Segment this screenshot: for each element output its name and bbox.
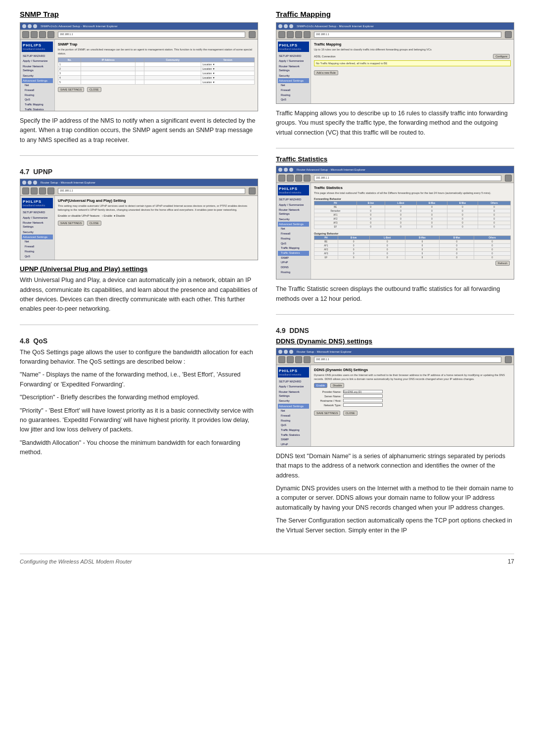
ddns-network-row: Network Type:	[314, 403, 511, 407]
ts-refresh-btn[interactable]: Refresh	[495, 261, 510, 266]
snmp-titlebar: SNMPv1/v2c Advanced Setup - Microsoft In…	[20, 23, 258, 30]
qos-bandwidth-desc: "Bandwidth Allocation" - You choose the …	[20, 438, 258, 458]
ts-toolbar-stop	[295, 175, 302, 182]
ts-traffic-mapping: Traffic Mapping	[278, 246, 309, 251]
ddns-enable-btn[interactable]: Enable	[314, 383, 327, 388]
ddns-routing: Routing	[278, 419, 309, 424]
ddns-network-value[interactable]	[343, 403, 383, 407]
tm-advanced: Advanced Settings	[278, 78, 309, 83]
sidebar-traffic-stats: Traffic Statistics	[22, 107, 53, 111]
tm-traffic-mapping: Traffic Mapping	[278, 102, 309, 104]
ts-content: Traffic Statistics This page shows the t…	[311, 183, 514, 280]
tm-net: Net	[278, 83, 309, 88]
ts-outgoing-table: PH B-low L-Best B-Max B-Max Others	[314, 236, 511, 260]
qos-desc-desc: "Description" - Briefly describes the fo…	[20, 393, 258, 402]
ddns-qos: QoS	[278, 423, 309, 428]
ddns-provider-value: DynDNS.org (D)	[343, 390, 383, 393]
ts-screen-title: Traffic Statistics	[314, 186, 511, 190]
ddns-close-btn[interactable]: CLOSE	[343, 411, 357, 416]
ddns-buttons: SAVE SETTINGS CLOSE	[314, 408, 511, 416]
ddns-server-value[interactable]	[343, 394, 383, 398]
ts-sidebar: PHILIPS broadband networks SETUP WIZARD …	[276, 183, 311, 280]
upnp-inner: PHILIPS broadband networks SETUP WIZARD …	[20, 196, 258, 260]
divider-2	[20, 325, 258, 325]
snmp-col-ip: IP Address	[81, 58, 135, 62]
ts-screen-desc: This page shows the total outbound Traff…	[314, 191, 511, 195]
ts-routing2: Routing	[278, 270, 309, 275]
tm-apply: Apply / Summarize	[278, 58, 309, 63]
table-row: 4Location ▼	[58, 76, 255, 80]
tm-toolbar-refresh	[304, 31, 311, 38]
ddns-hostname-row: Hostname / Host:	[314, 399, 511, 402]
upnp-radio-disable[interactable]: ● Disable	[114, 214, 125, 217]
upnp-titlebar-btn-3	[33, 181, 37, 185]
ddns-screen-desc: Dynamic DNS provides users on the Intern…	[314, 374, 511, 381]
traffic-stats-screenshot: Router Advanced Setup - Microsoft Intern…	[276, 166, 514, 280]
ddns-titlebar: Router Setup - Microsoft Internet Explor…	[276, 348, 514, 355]
ts-toolbar-fwd	[287, 175, 294, 182]
ts-table-wrapper: Forwarding Behavior PH B-low L-Best B-Ma…	[314, 197, 511, 266]
upnp-save-btn[interactable]: SAVE SETTINGS	[58, 221, 84, 226]
tm-toolbar: 192.168.1.1	[276, 30, 514, 40]
ts-qos: QoS	[278, 241, 309, 246]
snmp-save-btn[interactable]: SAVE SETTINGS	[58, 87, 84, 92]
ddns-toolbar-go	[505, 356, 512, 363]
ts-forwarding-label: Forwarding Behavior	[314, 197, 511, 200]
ts-col-ph: PH	[314, 201, 357, 205]
tm-firewall: Firewall	[278, 88, 309, 93]
upnp-toolbar-refresh	[47, 188, 54, 194]
philips-logo: PHILIPS	[23, 43, 52, 47]
ts-snmp: SNMP	[278, 256, 309, 261]
toolbar-go	[249, 31, 256, 38]
ts-btn-2	[284, 168, 288, 172]
ddns-screen-title: DDNS (Dynamic DNS) Settings	[314, 368, 511, 372]
upnp-content: UPnP(Universal Plug and Play) Setting Th…	[55, 196, 258, 260]
tm-screen-desc: Up to 16 rules can be defined to classif…	[314, 48, 511, 52]
ddns-firewall: Firewall	[278, 414, 309, 419]
ddns-toolbar-stop	[295, 356, 302, 363]
upnp-philips-sub: broadband networks	[23, 204, 52, 207]
tm-philips-sub: broadband networks	[279, 47, 308, 50]
ts-toolbar-refresh	[304, 175, 311, 182]
tm-philips-logo: PHILIPS	[279, 43, 308, 47]
tm-content: Traffic Mapping Up to 16 rules can be de…	[311, 40, 514, 104]
divider-3	[276, 148, 514, 148]
upnp-titlebar: Router Setup - Microsoft Internet Explor…	[20, 179, 258, 186]
divider-4	[276, 314, 514, 315]
upnp-toolbar: 192.168.1.1	[20, 186, 258, 196]
upnp-close-btn[interactable]: CLOSE	[87, 221, 101, 226]
ts-toolbar: 192.168.1.1	[276, 173, 514, 183]
sidebar-net: Net	[22, 83, 53, 88]
upnp-titlebar-btn-1	[22, 181, 26, 185]
snmp-screenshot: SNMPv1/v2c Advanced Setup - Microsoft In…	[20, 22, 258, 111]
ts-toolbar-back	[278, 175, 285, 182]
ddns-save-btn[interactable]: SAVE SETTINGS	[314, 411, 340, 416]
ts-firewall: Firewall	[278, 232, 309, 236]
ts-advanced: Advanced Settings	[278, 222, 309, 227]
upnp-section-number: 4.7 UPNP	[20, 168, 258, 176]
tm-configure-btn[interactable]: Configure	[493, 54, 510, 59]
table-row: 5Location ▼	[58, 80, 255, 85]
ddns-hostname-value[interactable]	[343, 399, 383, 402]
ddns-btn-3	[289, 350, 293, 354]
snmp-toolbar: 192.168.1.1	[20, 30, 258, 40]
toolbar-refresh	[47, 31, 54, 38]
snmp-close-btn[interactable]: CLOSE	[87, 87, 101, 92]
ddns-provider-row: Provider Name: DynDNS.org (D)	[314, 390, 511, 393]
ddns-toolbar-back	[278, 356, 285, 363]
tm-add-rule-btn[interactable]: Add a new Rule	[314, 70, 338, 75]
snmp-col-empty	[135, 58, 144, 62]
upnp-radio-row: Enable or disable UPnP feature: ○ Enable…	[58, 214, 255, 217]
tm-qos: QoS	[278, 97, 309, 102]
snmp-screen-desc: In the portion of SNMP, an unsolicited m…	[58, 48, 255, 55]
upnp-radio-enable[interactable]: ○ Enable	[102, 214, 112, 217]
ddns-toolbar: 192.168.1.1	[276, 355, 514, 365]
ddns-screenshot: Router Setup - Microsoft Internet Explor…	[276, 348, 514, 447]
ddns-address-bar: 192.168.1.1	[314, 357, 501, 363]
ddns-wizard: SETUP WIZARD	[278, 379, 309, 384]
snmp-section-title: SNMP Trap	[20, 10, 258, 18]
upnp-philips-logo: PHILIPS	[23, 199, 52, 204]
upnp-address-bar: 192.168.1.1	[58, 188, 245, 194]
ddns-disable-btn[interactable]: Disable	[330, 383, 344, 388]
snmp-sidebar: PHILIPS broadband networks SETUP WIZARD …	[20, 40, 55, 111]
